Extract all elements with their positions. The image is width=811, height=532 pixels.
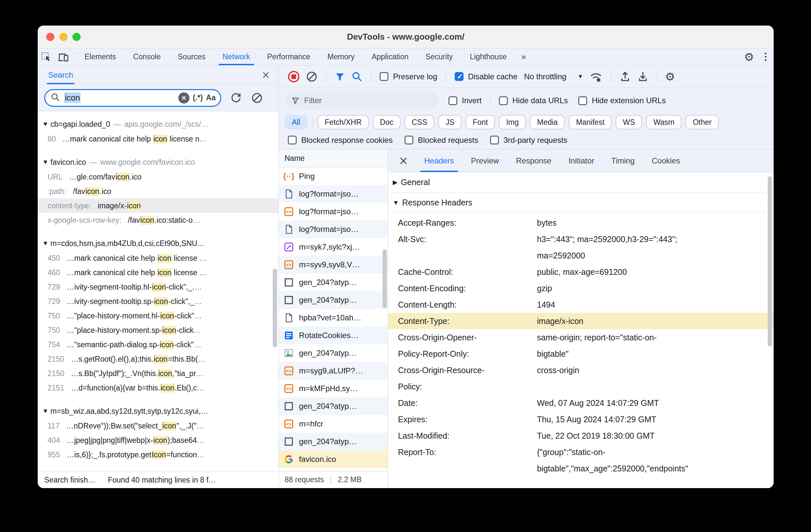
search-match-row[interactable]: 117…nDReve"));Bw.set("select_icon",_.J("…	[38, 419, 278, 433]
response-header-row[interactable]: Last-Modified:Tue, 22 Oct 2019 18:30:00 …	[388, 427, 774, 444]
details-tab-cookies[interactable]: Cookies	[650, 150, 682, 172]
filter-checkbox-blocked-response-cookies[interactable]: Blocked response cookies	[288, 136, 393, 145]
hide-extension-urls-checkbox[interactable]: Hide extension URLs	[578, 96, 665, 105]
search-match-row[interactable]: 2151…d=function(a){var b=this.icon.Eb(),…	[38, 381, 278, 395]
response-header-row[interactable]: Date:Wed, 07 Aug 2024 14:07:29 GMT	[388, 395, 774, 411]
request-row[interactable]: gen_204?atyp…	[279, 273, 388, 291]
request-row[interactable]: <>log?format=jso…	[279, 203, 388, 220]
response-header-row[interactable]: Cross-Origin-Resource- Policy:cross-orig…	[388, 362, 774, 395]
request-row[interactable]: hpba?vet=10ah…	[279, 309, 388, 327]
request-row[interactable]: {··}Ping	[279, 167, 388, 185]
tab-sources[interactable]: Sources	[169, 48, 214, 65]
request-row[interactable]: log?format=jso…	[279, 185, 388, 203]
clear-network-log-button[interactable]	[306, 71, 318, 83]
search-group-header[interactable]: ▼m=sb_wiz,aa,abd,sy12d,sytt,sytp,sy12c,s…	[38, 404, 278, 419]
import-har-button[interactable]	[619, 71, 631, 83]
response-header-row[interactable]: Expires:Thu, 15 Aug 2024 14:07:29 GMT	[388, 411, 774, 427]
search-match-row[interactable]: 729…ivity-segment-tooltip.sp-icon-click"…	[38, 294, 278, 309]
response-header-row[interactable]: Content-Encoding:gzip	[388, 280, 774, 296]
chip-fetch-xhr[interactable]: Fetch/XHR	[318, 115, 369, 129]
chip-doc[interactable]: Doc	[373, 115, 401, 129]
invert-checkbox[interactable]: Invert	[448, 96, 481, 105]
zoom-window-button[interactable]	[73, 33, 81, 41]
request-row[interactable]: <>m=hfcr	[279, 415, 388, 433]
search-match-row[interactable]: 754…"semantic-path-dialog.sp-icon-click"…	[38, 338, 278, 352]
inspect-element-button[interactable]	[38, 48, 55, 65]
network-conditions-button[interactable]	[589, 70, 603, 83]
tab-lighthouse[interactable]: Lighthouse	[461, 48, 515, 65]
tab-search[interactable]: Search	[47, 65, 74, 84]
main-menu-button[interactable]	[758, 53, 774, 61]
chip-other[interactable]: Other	[686, 115, 719, 129]
filter-input[interactable]: Filter	[285, 92, 439, 109]
filter-checkbox-3rd-party-requests[interactable]: 3rd-party requests	[490, 136, 567, 145]
record-network-log-button[interactable]	[287, 70, 300, 83]
preserve-log-checkbox[interactable]: Preserve log	[380, 72, 437, 81]
chip-font[interactable]: Font	[465, 115, 495, 129]
search-match-row[interactable]: x-google-scs-row-key:/favicon.ico:static…	[38, 213, 278, 228]
name-column-header[interactable]: Name	[279, 150, 388, 167]
tab-security[interactable]: Security	[417, 48, 461, 65]
clear-search-results-button[interactable]	[251, 92, 263, 104]
search-match-row[interactable]: 2150…s.Bb("JyIpdf");_.Vn(this.icon,"tia_…	[38, 366, 278, 381]
tab-application[interactable]: Application	[363, 48, 417, 65]
filter-toggle-button[interactable]	[334, 71, 346, 82]
refresh-search-button[interactable]	[230, 92, 242, 104]
search-input[interactable]: icon (.*) Aa	[44, 89, 221, 107]
response-header-row[interactable]: Alt-Svc:h3=":443"; ma=2592000,h3-29=":44…	[388, 231, 774, 264]
search-match-row[interactable]: 450…mark canonical cite help icon licens…	[38, 251, 278, 265]
request-list-scrollbar[interactable]	[383, 249, 387, 308]
search-match-row[interactable]: 2150…s.getRoot().el(),a);this.icon=this.…	[38, 352, 278, 366]
request-row[interactable]: <>m=syv9,syv8,V…	[279, 256, 388, 273]
regex-toggle-button[interactable]: (.*)	[193, 93, 203, 102]
chip-media[interactable]: Media	[530, 115, 565, 129]
tab-network[interactable]: Network	[214, 48, 259, 65]
hide-data-urls-checkbox[interactable]: Hide data URLs	[499, 96, 568, 105]
response-header-row[interactable]: Content-Type:image/x-icon	[388, 313, 774, 329]
tab-elements[interactable]: Elements	[76, 48, 125, 65]
details-scrollbar[interactable]	[768, 176, 772, 347]
search-match-row[interactable]: 750…"place-history-moment.hl-icon-click"…	[38, 309, 278, 323]
minimize-window-button[interactable]	[59, 33, 67, 41]
chip-manifest[interactable]: Manifest	[569, 115, 612, 129]
response-header-row[interactable]: Cross-Origin-Opener- Policy-Report-Only:…	[388, 329, 774, 362]
search-scrollbar[interactable]	[273, 269, 277, 347]
search-group-header[interactable]: ▼cb=gapi.loaded_0—apis.google.com/_/scs/…	[38, 116, 278, 132]
settings-button[interactable]: ⚙	[740, 51, 758, 63]
search-match-row[interactable]: 955…is,6)};_.fs.prototype.getIcon=functi…	[38, 448, 278, 462]
network-search-button[interactable]	[351, 71, 363, 82]
details-tab-headers[interactable]: Headers	[422, 150, 456, 172]
response-header-row[interactable]: Cache-Control:public, max-age=691200	[388, 264, 774, 280]
response-header-row[interactable]: Content-Length:1494	[388, 296, 774, 313]
chip-ws[interactable]: WS	[616, 115, 642, 129]
chip-all[interactable]: All	[285, 115, 307, 129]
details-tab-initiator[interactable]: Initiator	[566, 150, 596, 172]
throttling-dropdown[interactable]: No throttling ▼	[524, 72, 583, 81]
request-row[interactable]: favicon.ico	[279, 451, 388, 468]
request-row[interactable]: RotateCookies…	[279, 327, 388, 344]
details-tab-preview[interactable]: Preview	[469, 150, 501, 172]
request-row[interactable]: gen_204?atyp…	[279, 397, 388, 415]
search-group-header[interactable]: ▼m=cdos,hsm,jsa,mb4ZUb,d,csi,cEt90b,SNU…	[38, 236, 278, 251]
disable-cache-checkbox[interactable]: Disable cache	[455, 72, 518, 81]
network-settings-button[interactable]: ⚙	[665, 71, 675, 82]
close-window-button[interactable]	[46, 33, 55, 41]
search-match-row[interactable]: 460…mark canonical cite help icon licens…	[38, 265, 278, 280]
tab-memory[interactable]: Memory	[319, 48, 363, 65]
tab-performance[interactable]: Performance	[259, 48, 319, 65]
export-har-button[interactable]	[637, 71, 649, 83]
chip-wasm[interactable]: Wasm	[646, 115, 682, 129]
details-tab-response[interactable]: Response	[514, 150, 553, 172]
response-header-row[interactable]: Report-To:{"group":"static-on- bigtable"…	[388, 444, 774, 476]
chip-img[interactable]: Img	[499, 115, 526, 129]
device-toolbar-button[interactable]	[55, 48, 72, 65]
request-row[interactable]: log?format=jso…	[279, 220, 388, 238]
request-row[interactable]: m=syk7,sylc?xj…	[279, 238, 388, 256]
close-search-panel-button[interactable]	[259, 65, 273, 84]
search-match-row[interactable]: 750…"place-history-moment.sp-icon-click…	[38, 323, 278, 338]
response-headers-section-header[interactable]: ▼ Response Headers	[388, 193, 774, 213]
search-group-header[interactable]: ▼favicon.ico—www.google.com/favicon.ico	[38, 155, 278, 170]
search-match-row[interactable]: 404…jpeg|jpg|png|tiff|webp|x-icon);base6…	[38, 433, 278, 448]
request-row[interactable]: <>m=syg9,aLUfP?…	[279, 362, 388, 380]
search-match-row[interactable]: content-type:image/x-icon	[38, 199, 278, 213]
